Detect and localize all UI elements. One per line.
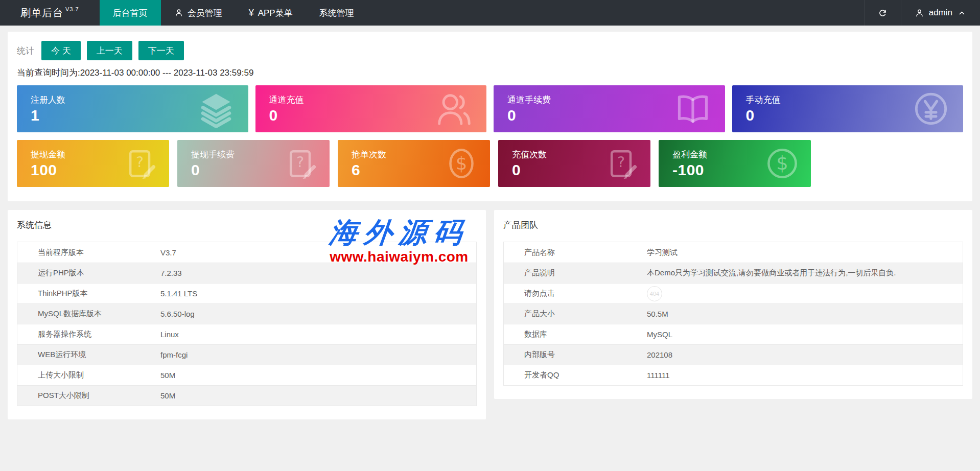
stat-card-registered-users: 注册人数 1 [17, 85, 248, 132]
row-label: WEB运行环境 [17, 350, 160, 360]
dollar-oval-icon: $ [444, 146, 479, 181]
stat-card-channel-recharge: 通道充值 0 [255, 85, 487, 132]
table-row: 运行PHP版本 7.2.33 [17, 263, 476, 283]
do-not-click-badge[interactable]: 404 [647, 286, 662, 301]
chevron-up-icon [957, 8, 967, 18]
table-row: 产品名称 学习测试 [504, 242, 963, 263]
yen-icon: ¥ [249, 8, 254, 18]
nav-item-label: 会员管理 [188, 7, 222, 19]
stat-card-withdraw-amount: 提现金额 100 ? [17, 140, 169, 187]
nav-item-home[interactable]: 后台首页 [100, 0, 161, 26]
user-icon [174, 8, 183, 17]
main-menu: 后台首页 会员管理 ¥ APP菜单 系统管理 [100, 0, 367, 26]
row-value: 50.5M [647, 310, 963, 318]
prev-day-button[interactable]: 上一天 [87, 41, 132, 60]
stat-cards-row-1: 注册人数 1 通道充值 0 通道 [17, 85, 963, 132]
nav-item-label: APP菜单 [258, 7, 293, 19]
row-value: MySQL [647, 330, 963, 339]
stat-card-grab-orders: 抢单次数 6 $ [338, 140, 490, 187]
table-row: POST大小限制 50M [17, 385, 476, 406]
nav-item-system[interactable]: 系统管理 [306, 0, 367, 26]
refresh-button[interactable] [864, 0, 901, 26]
table-row: 内部版号 202108 [504, 344, 963, 365]
row-label: 上传大小限制 [17, 370, 160, 380]
brand-title: 刷单后台 [20, 6, 63, 20]
row-label: 内部版号 [504, 350, 647, 360]
row-label: POST大小限制 [17, 391, 160, 401]
row-value: 404 [647, 286, 963, 301]
table-row: 服务器操作系统 Linux [17, 324, 476, 344]
table-row: 开发者QQ 111111 [504, 365, 963, 385]
next-day-button[interactable]: 下一天 [138, 41, 184, 60]
stat-card-withdraw-fee: 提现手续费 0 ? [177, 140, 330, 187]
table-row: 产品说明 本Demo只为学习测试交流,请勿要做商业或者用于违法行为,一切后果自负… [504, 263, 963, 283]
row-value: 5.6.50-log [160, 310, 476, 318]
row-value: 50M [160, 391, 476, 400]
user-dropdown[interactable]: admin [901, 0, 980, 26]
table-row: ThinkPHP版本 5.1.41 LTS [17, 283, 476, 303]
row-value: 学习测试 [647, 248, 963, 257]
table-row: 请勿点击 404 [504, 283, 963, 303]
row-label: 请勿点击 [504, 289, 647, 298]
row-value: 7.2.33 [160, 269, 476, 277]
stat-cards-row-2: 提现金额 100 ? 提现手续费 0 ? [17, 140, 963, 187]
users-icon [435, 90, 473, 128]
layers-icon [197, 90, 235, 128]
product-team-panel: 产品团队 产品名称 学习测试 产品说明 本Demo只为学习测试交流,请勿要做商业… [494, 210, 972, 399]
refresh-icon [878, 8, 888, 18]
row-label: 当前程序版本 [17, 248, 160, 257]
row-label: ThinkPHP版本 [17, 289, 160, 298]
nav-item-app-menu[interactable]: ¥ APP菜单 [236, 0, 306, 26]
row-value: fpm-fcgi [160, 350, 476, 359]
row-label: 产品名称 [504, 248, 647, 257]
navbar-right: admin [864, 0, 980, 26]
stat-card-profit-amount: 盈利金额 -100 $ [659, 140, 811, 187]
system-info-title: 系统信息 [17, 219, 477, 231]
stats-header: 统计 今 天 上一天 下一天 [17, 41, 963, 60]
nav-item-members[interactable]: 会员管理 [161, 0, 236, 26]
nav-item-label: 系统管理 [319, 7, 354, 19]
main-content: 统计 今 天 上一天 下一天 当前查询时间为:2023-11-03 00:00:… [0, 26, 980, 426]
svg-text:?: ? [136, 154, 144, 171]
query-time-text: 当前查询时间为:2023-11-03 00:00:00 --- 2023-11-… [17, 67, 963, 79]
stat-card-manual-recharge: 手动充值 0 [732, 85, 964, 132]
product-team-title: 产品团队 [503, 219, 963, 231]
table-row: 数据库 MySQL [504, 324, 963, 344]
brand-version: V3.7 [65, 6, 79, 12]
row-value: 202108 [647, 350, 963, 359]
table-row: 上传大小限制 50M [17, 365, 476, 385]
book-icon [674, 90, 712, 128]
stats-section-label: 统计 [17, 45, 34, 57]
nav-item-label: 后台首页 [113, 7, 148, 19]
row-label: 开发者QQ [504, 370, 647, 380]
row-value: 本Demo只为学习测试交流,请勿要做商业或者用于违法行为,一切后果自负. [647, 268, 963, 278]
dollar-circle-icon: $ [765, 146, 800, 181]
doc-question-icon: ? [123, 146, 158, 181]
username: admin [929, 8, 952, 18]
svg-text:?: ? [617, 154, 625, 171]
system-info-table: 当前程序版本 V3.7 运行PHP版本 7.2.33 ThinkPHP版本 5.… [17, 242, 477, 406]
system-info-panel: 系统信息 当前程序版本 V3.7 运行PHP版本 7.2.33 ThinkPHP… [8, 210, 486, 419]
stat-card-recharge-count: 充值次数 0 ? [498, 140, 650, 187]
row-value: V3.7 [160, 248, 476, 257]
row-label: MySQL数据库版本 [17, 309, 160, 319]
row-value: Linux [160, 330, 476, 339]
row-value: 111111 [647, 371, 963, 380]
table-row: MySQL数据库版本 5.6.50-log [17, 303, 476, 324]
user-icon [915, 8, 924, 18]
product-team-table: 产品名称 学习测试 产品说明 本Demo只为学习测试交流,请勿要做商业或者用于违… [503, 242, 963, 386]
row-label: 数据库 [504, 329, 647, 339]
bottom-panels: 系统信息 当前程序版本 V3.7 运行PHP版本 7.2.33 ThinkPHP… [8, 210, 972, 419]
row-label: 产品说明 [504, 268, 647, 278]
row-value: 5.1.41 LTS [160, 289, 476, 298]
row-value: 50M [160, 371, 476, 380]
svg-text:?: ? [296, 154, 304, 171]
stats-panel: 统计 今 天 上一天 下一天 当前查询时间为:2023-11-03 00:00:… [8, 32, 972, 201]
app-brand: 刷单后台 V3.7 [0, 0, 85, 26]
table-row: 当前程序版本 V3.7 [17, 242, 476, 263]
svg-text:$: $ [776, 152, 788, 174]
doc-question-icon: ? [284, 146, 318, 181]
doc-question-icon: ? [604, 146, 639, 181]
today-button[interactable]: 今 天 [41, 41, 81, 60]
table-row: WEB运行环境 fpm-fcgi [17, 344, 476, 365]
